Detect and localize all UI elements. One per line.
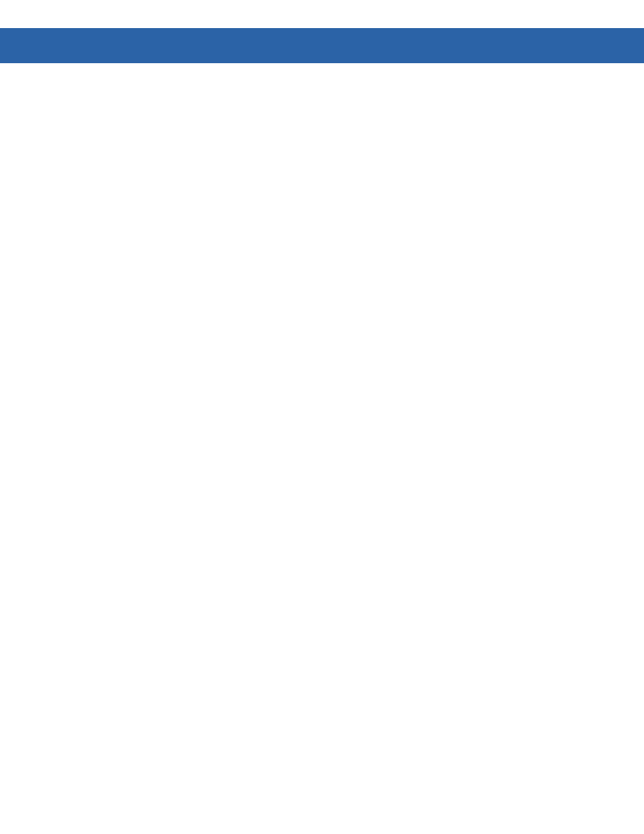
header-bar bbox=[0, 28, 644, 63]
